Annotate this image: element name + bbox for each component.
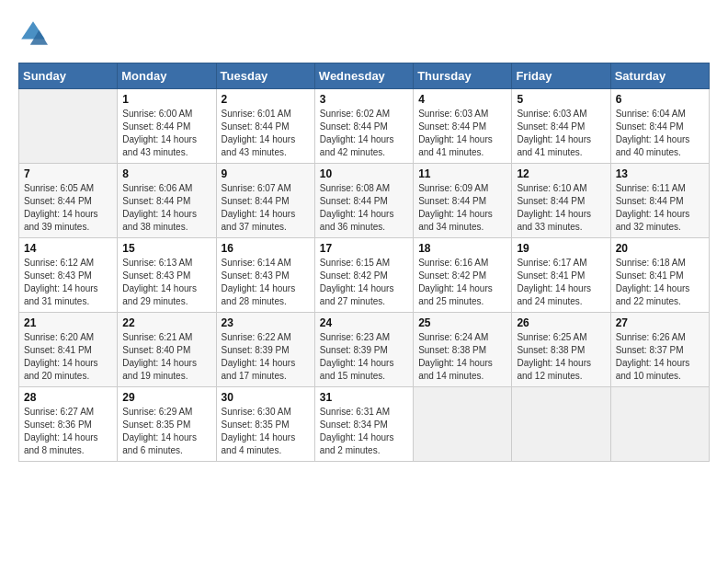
day-number: 14 — [24, 242, 112, 255]
day-cell: 18Sunrise: 6:16 AM Sunset: 8:42 PM Dayli… — [414, 238, 512, 313]
header-sunday: Sunday — [19, 63, 118, 89]
day-info: Sunrise: 6:24 AM Sunset: 8:38 PM Dayligh… — [418, 331, 506, 383]
day-cell: 25Sunrise: 6:24 AM Sunset: 8:38 PM Dayli… — [414, 313, 512, 387]
day-number: 27 — [616, 316, 704, 329]
header-thursday: Thursday — [414, 63, 512, 89]
day-cell: 8Sunrise: 6:06 AM Sunset: 8:44 PM Daylig… — [118, 164, 216, 238]
day-info: Sunrise: 6:07 AM Sunset: 8:44 PM Dayligh… — [222, 182, 310, 234]
day-info: Sunrise: 6:03 AM Sunset: 8:44 PM Dayligh… — [517, 108, 605, 159]
day-cell: 29Sunrise: 6:29 AM Sunset: 8:35 PM Dayli… — [118, 387, 216, 462]
day-cell: 27Sunrise: 6:26 AM Sunset: 8:37 PM Dayli… — [610, 313, 709, 387]
day-info: Sunrise: 6:05 AM Sunset: 8:44 PM Dayligh… — [24, 182, 112, 234]
day-cell: 12Sunrise: 6:10 AM Sunset: 8:44 PM Dayli… — [512, 164, 610, 238]
day-cell: 21Sunrise: 6:20 AM Sunset: 8:41 PM Dayli… — [19, 313, 118, 387]
day-number: 30 — [222, 391, 310, 404]
day-cell: 9Sunrise: 6:07 AM Sunset: 8:44 PM Daylig… — [216, 164, 314, 238]
day-number: 22 — [122, 316, 210, 329]
day-cell: 28Sunrise: 6:27 AM Sunset: 8:36 PM Dayli… — [19, 387, 118, 462]
day-info: Sunrise: 6:04 AM Sunset: 8:44 PM Dayligh… — [616, 108, 704, 159]
day-number: 28 — [24, 391, 112, 404]
page-header — [18, 18, 710, 48]
day-cell: 23Sunrise: 6:22 AM Sunset: 8:39 PM Dayli… — [216, 313, 314, 387]
day-number: 2 — [222, 93, 310, 106]
day-number: 17 — [320, 242, 408, 255]
day-info: Sunrise: 6:21 AM Sunset: 8:40 PM Dayligh… — [122, 331, 210, 383]
day-info: Sunrise: 6:03 AM Sunset: 8:44 PM Dayligh… — [418, 108, 506, 159]
day-number: 9 — [222, 167, 310, 180]
day-number: 23 — [222, 316, 310, 329]
header-monday: Monday — [118, 63, 216, 89]
day-number: 21 — [24, 316, 112, 329]
day-cell: 24Sunrise: 6:23 AM Sunset: 8:39 PM Dayli… — [314, 313, 413, 387]
day-cell: 6Sunrise: 6:04 AM Sunset: 8:44 PM Daylig… — [610, 89, 709, 164]
day-cell: 13Sunrise: 6:11 AM Sunset: 8:44 PM Dayli… — [610, 164, 709, 238]
day-info: Sunrise: 6:20 AM Sunset: 8:41 PM Dayligh… — [24, 331, 112, 383]
day-info: Sunrise: 6:15 AM Sunset: 8:42 PM Dayligh… — [320, 257, 408, 308]
header-friday: Friday — [512, 63, 610, 89]
week-row-5: 28Sunrise: 6:27 AM Sunset: 8:36 PM Dayli… — [19, 387, 710, 462]
day-number: 5 — [517, 93, 605, 106]
day-info: Sunrise: 6:16 AM Sunset: 8:42 PM Dayligh… — [418, 257, 506, 308]
day-info: Sunrise: 6:22 AM Sunset: 8:39 PM Dayligh… — [222, 331, 310, 383]
day-info: Sunrise: 6:13 AM Sunset: 8:43 PM Dayligh… — [122, 257, 210, 308]
day-number: 7 — [24, 167, 112, 180]
day-cell: 31Sunrise: 6:31 AM Sunset: 8:34 PM Dayli… — [314, 387, 413, 462]
day-cell: 3Sunrise: 6:02 AM Sunset: 8:44 PM Daylig… — [314, 89, 413, 164]
day-cell — [610, 387, 709, 462]
day-number: 18 — [418, 242, 506, 255]
day-number: 24 — [320, 316, 408, 329]
day-cell: 4Sunrise: 6:03 AM Sunset: 8:44 PM Daylig… — [414, 89, 512, 164]
day-info: Sunrise: 6:18 AM Sunset: 8:41 PM Dayligh… — [616, 257, 704, 308]
day-info: Sunrise: 6:26 AM Sunset: 8:37 PM Dayligh… — [616, 331, 704, 383]
calendar-header-row: SundayMondayTuesdayWednesdayThursdayFrid… — [19, 63, 710, 89]
day-number: 15 — [122, 242, 210, 255]
calendar-table: SundayMondayTuesdayWednesdayThursdayFrid… — [18, 63, 710, 462]
day-info: Sunrise: 6:02 AM Sunset: 8:44 PM Dayligh… — [320, 108, 408, 159]
day-info: Sunrise: 6:00 AM Sunset: 8:44 PM Dayligh… — [122, 108, 210, 159]
week-row-4: 21Sunrise: 6:20 AM Sunset: 8:41 PM Dayli… — [19, 313, 710, 387]
day-number: 8 — [122, 167, 210, 180]
day-number: 6 — [616, 93, 704, 106]
day-info: Sunrise: 6:27 AM Sunset: 8:36 PM Dayligh… — [24, 406, 112, 457]
day-number: 11 — [418, 167, 506, 180]
day-info: Sunrise: 6:12 AM Sunset: 8:43 PM Dayligh… — [24, 257, 112, 308]
week-row-3: 14Sunrise: 6:12 AM Sunset: 8:43 PM Dayli… — [19, 238, 710, 313]
day-number: 29 — [122, 391, 210, 404]
day-number: 25 — [418, 316, 506, 329]
day-cell: 16Sunrise: 6:14 AM Sunset: 8:43 PM Dayli… — [216, 238, 314, 313]
day-cell: 26Sunrise: 6:25 AM Sunset: 8:38 PM Dayli… — [512, 313, 610, 387]
day-cell: 22Sunrise: 6:21 AM Sunset: 8:40 PM Dayli… — [118, 313, 216, 387]
day-info: Sunrise: 6:08 AM Sunset: 8:44 PM Dayligh… — [320, 182, 408, 234]
day-cell — [512, 387, 610, 462]
day-cell: 10Sunrise: 6:08 AM Sunset: 8:44 PM Dayli… — [314, 164, 413, 238]
day-cell: 11Sunrise: 6:09 AM Sunset: 8:44 PM Dayli… — [414, 164, 512, 238]
day-info: Sunrise: 6:09 AM Sunset: 8:44 PM Dayligh… — [418, 182, 506, 234]
header-wednesday: Wednesday — [314, 63, 413, 89]
day-cell: 7Sunrise: 6:05 AM Sunset: 8:44 PM Daylig… — [19, 164, 118, 238]
day-info: Sunrise: 6:06 AM Sunset: 8:44 PM Dayligh… — [122, 182, 210, 234]
day-number: 4 — [418, 93, 506, 106]
day-info: Sunrise: 6:23 AM Sunset: 8:39 PM Dayligh… — [320, 331, 408, 383]
day-number: 20 — [616, 242, 704, 255]
day-number: 16 — [222, 242, 310, 255]
day-cell: 1Sunrise: 6:00 AM Sunset: 8:44 PM Daylig… — [118, 89, 216, 164]
day-cell: 17Sunrise: 6:15 AM Sunset: 8:42 PM Dayli… — [314, 238, 413, 313]
day-number: 10 — [320, 167, 408, 180]
header-saturday: Saturday — [610, 63, 709, 89]
header-tuesday: Tuesday — [216, 63, 314, 89]
day-cell: 14Sunrise: 6:12 AM Sunset: 8:43 PM Dayli… — [19, 238, 118, 313]
day-info: Sunrise: 6:01 AM Sunset: 8:44 PM Dayligh… — [222, 108, 310, 159]
day-cell: 19Sunrise: 6:17 AM Sunset: 8:41 PM Dayli… — [512, 238, 610, 313]
day-cell — [414, 387, 512, 462]
day-number: 3 — [320, 93, 408, 106]
day-number: 13 — [616, 167, 704, 180]
day-info: Sunrise: 6:11 AM Sunset: 8:44 PM Dayligh… — [616, 182, 704, 234]
logo — [18, 18, 51, 48]
day-cell: 15Sunrise: 6:13 AM Sunset: 8:43 PM Dayli… — [118, 238, 216, 313]
day-info: Sunrise: 6:29 AM Sunset: 8:35 PM Dayligh… — [122, 406, 210, 457]
logo-icon — [18, 18, 48, 48]
day-info: Sunrise: 6:31 AM Sunset: 8:34 PM Dayligh… — [320, 406, 408, 457]
day-number: 12 — [517, 167, 605, 180]
day-info: Sunrise: 6:30 AM Sunset: 8:35 PM Dayligh… — [222, 406, 310, 457]
day-info: Sunrise: 6:17 AM Sunset: 8:41 PM Dayligh… — [517, 257, 605, 308]
